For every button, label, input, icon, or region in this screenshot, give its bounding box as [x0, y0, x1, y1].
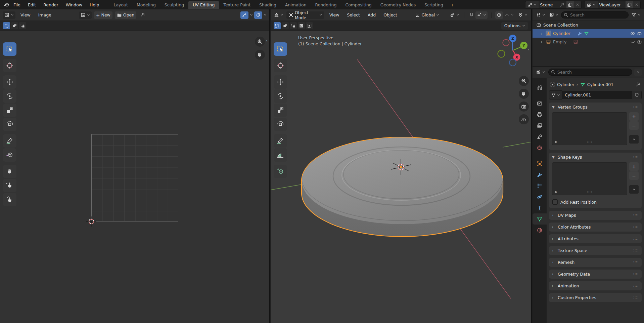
tab-object[interactable] [533, 158, 547, 169]
shape-key-add-button[interactable]: + [629, 162, 639, 171]
menu-render[interactable]: Render [40, 1, 62, 8]
add-workspace-button[interactable]: + [448, 1, 457, 9]
breadcrumb-data[interactable]: Cylinder.001 [587, 82, 613, 87]
tab-render[interactable] [533, 98, 547, 109]
uv-editor-type-button[interactable] [3, 11, 15, 19]
panel-grip-handle[interactable]: ∷∷ [633, 237, 639, 241]
menu-file[interactable]: File [10, 1, 24, 8]
uv-menu-view[interactable]: View [18, 11, 33, 18]
panel-header[interactable]: › Remesh ∷∷ [549, 258, 642, 267]
uv-tool-scale[interactable] [3, 104, 16, 117]
tab-compositing[interactable]: Compositing [341, 1, 376, 9]
shape-keys-list[interactable]: ▶ ∷∷ [552, 162, 627, 195]
view-layer-browse-button[interactable] [585, 1, 598, 8]
scene-delete-button[interactable] [574, 1, 581, 8]
select-mode-intersect[interactable] [306, 22, 313, 29]
uv-gizmos-toggle[interactable] [240, 11, 248, 19]
vertex-group-specials-button[interactable] [629, 135, 639, 144]
vp-menu-select[interactable]: Select [344, 11, 363, 18]
uv-tool-pan[interactable] [3, 165, 16, 178]
tab-uv-editing[interactable]: UV Editing [188, 1, 219, 9]
snap-settings-button[interactable] [475, 11, 488, 19]
tab-material[interactable] [533, 225, 547, 236]
vertex-groups-panel-header[interactable]: ▼ Vertex Groups ∷∷ [549, 103, 642, 112]
shape-key-remove-button[interactable]: − [629, 171, 639, 180]
breadcrumb-object[interactable]: Cylinder [557, 82, 574, 87]
scene-name[interactable]: Scene [539, 2, 557, 7]
disable-in-render-toggle[interactable] [637, 39, 642, 44]
panel-grip-handle[interactable]: ∷∷ [633, 105, 639, 109]
panel-grip-handle[interactable]: ∷∷ [633, 260, 639, 265]
outliner-row-scene-collection[interactable]: Scene Collection [533, 21, 644, 29]
uv-tool-transform[interactable] [3, 118, 16, 131]
vp-tool-scale[interactable] [274, 104, 287, 117]
menu-window[interactable]: Window [62, 1, 86, 8]
mesh-data-browse-button[interactable] [549, 90, 562, 99]
uv-tool-annotate[interactable] [3, 134, 16, 148]
disable-in-render-toggle[interactable] [637, 31, 642, 36]
expand-icon[interactable]: › [539, 31, 544, 36]
tab-physics[interactable] [533, 191, 547, 202]
gizmo-axis-y-neg[interactable] [498, 50, 505, 57]
fake-user-button[interactable] [632, 91, 642, 99]
panel-header[interactable]: › Texture Space ∷∷ [549, 246, 642, 255]
vp-camera-view-button[interactable] [519, 102, 529, 112]
uv-zoom-button[interactable] [255, 37, 265, 47]
cylinder-object[interactable] [302, 137, 503, 237]
vertex-group-add-button[interactable]: + [629, 112, 639, 121]
uv-tool-rotate-view[interactable] [3, 193, 16, 206]
uv-tool-cursor[interactable] [3, 59, 16, 72]
image-data-icon[interactable] [573, 39, 578, 44]
expand-icon[interactable]: › [539, 39, 544, 44]
outliner-row-cylinder[interactable]: › Cylinder [533, 29, 644, 38]
vp-tool-add-cube[interactable] [274, 165, 287, 178]
outliner-row-empty[interactable]: › Empty [533, 38, 644, 46]
uv-sidebar-collapse-arrow[interactable]: ‹ [266, 38, 268, 43]
mesh-data-icon[interactable] [584, 31, 589, 36]
gizmo-axis-x-neg[interactable] [503, 40, 509, 46]
vp-sidebar-collapse-arrow[interactable]: ‹ [528, 47, 530, 52]
panel-grip-handle[interactable]: ∷∷ [633, 225, 639, 229]
hide-in-viewport-toggle[interactable] [630, 31, 635, 36]
vp-tool-measure[interactable] [274, 148, 287, 162]
select-mode-subtract[interactable] [290, 22, 297, 29]
uv-tool-measure[interactable] [3, 148, 16, 162]
overlays-dropdown[interactable] [264, 13, 267, 16]
uv-tool-move[interactable] [3, 75, 16, 89]
tab-geometry-nodes[interactable]: Geometry Nodes [376, 1, 420, 9]
outliner-display-mode-button[interactable] [535, 11, 546, 19]
panel-header[interactable]: › Animation ∷∷ [549, 281, 642, 290]
hide-in-viewport-toggle[interactable] [630, 39, 635, 44]
tab-modeling[interactable]: Modeling [132, 1, 160, 9]
scene-browse-button[interactable] [525, 1, 539, 8]
properties-editor-type-button[interactable] [535, 69, 546, 76]
blender-logo-icon[interactable] [3, 2, 9, 8]
gizmo-axis-z-neg[interactable] [509, 59, 516, 66]
uv-pan-button[interactable] [255, 50, 265, 60]
list-filter-toggle[interactable]: ▶ [555, 140, 558, 144]
shape-key-specials-button[interactable] [629, 185, 639, 194]
vp-tool-annotate[interactable] [274, 134, 287, 148]
view-layer-name[interactable]: ViewLayer [598, 2, 626, 7]
panel-header[interactable]: › UV Maps ∷∷ [549, 211, 642, 220]
panel-header[interactable]: › Geometry Data ∷∷ [549, 270, 642, 279]
shape-keys-panel-header[interactable]: ▼ Shape Keys ∷∷ [549, 153, 642, 162]
vp-zoom-button[interactable] [519, 76, 529, 86]
tab-animation[interactable]: Animation [281, 1, 311, 9]
tab-sculpting[interactable]: Sculpting [160, 1, 188, 9]
proportional-falloff-button[interactable] [503, 11, 515, 19]
vp-menu-add[interactable]: Add [365, 11, 378, 18]
object-visibility-button[interactable] [517, 11, 528, 19]
tab-texture-paint[interactable]: Texture Paint [219, 1, 255, 9]
vp-tool-move[interactable] [274, 75, 287, 89]
select-mode-invert[interactable] [298, 22, 305, 29]
gizmos-dropdown[interactable] [250, 13, 253, 16]
panel-grip-handle[interactable]: ∷∷ [633, 295, 639, 300]
select-mode-new[interactable] [3, 22, 10, 29]
outliner-filter-images-button[interactable] [548, 11, 559, 19]
uv-overlays-toggle[interactable] [254, 11, 262, 19]
pivot-point-selector[interactable] [449, 11, 460, 19]
uv-canvas[interactable]: ‹ [0, 31, 269, 323]
tab-tool[interactable] [533, 82, 547, 93]
select-mode-extend[interactable] [11, 22, 18, 29]
